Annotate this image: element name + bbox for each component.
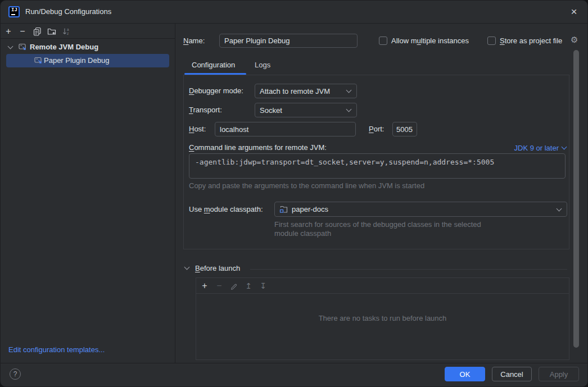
module-classpath-hint-line1: First search for sources of the debugged… [274,220,481,229]
intellij-logo-icon: IJ [8,6,20,17]
transport-select[interactable]: Socket [255,103,357,117]
copy-configuration-icon[interactable] [32,26,42,37]
main-panel: Name: Allow multiple instances Store as … [175,24,588,363]
new-folder-icon[interactable] [47,26,57,37]
module-classpath-label: Use module classpath: [189,202,263,217]
chevron-down-icon [346,107,352,112]
tree-group-label: Remote JVM Debug [30,40,98,54]
run-debug-configurations-dialog: IJ Run/Debug Configurations × + − [0,0,588,387]
add-task-icon[interactable]: + [200,280,210,292]
module-classpath-value: paper-docs [292,205,328,213]
svg-text:z: z [67,31,69,35]
remove-configuration-icon[interactable]: − [17,26,28,37]
tab-logs[interactable]: Logs [255,57,270,74]
transport-value: Socket [260,106,282,115]
close-icon[interactable]: × [567,5,581,19]
edit-task-icon[interactable] [229,280,239,292]
debugger-mode-value: Attach to remote JVM [260,87,330,95]
port-input[interactable] [392,122,417,136]
add-configuration-icon[interactable]: + [3,26,13,37]
command-line-args-hint: Copy and paste the arguments to the comm… [189,181,424,190]
transport-label: Transport: [189,103,222,117]
footer: ? OK Cancel Apply [1,363,588,387]
name-label: Name: [183,34,205,48]
before-launch-rule [250,269,567,270]
help-icon[interactable]: ? [10,368,21,380]
chevron-down-icon [557,206,562,211]
store-as-project-file-checkbox[interactable] [487,37,496,45]
cancel-button[interactable]: Cancel [492,367,532,381]
dialog-title: Run/Debug Configurations [25,1,111,23]
before-launch-title: Before launch [195,263,240,274]
tree-item-paper-plugin-debug[interactable]: Paper Plugin Debug [6,54,169,67]
svg-text:a: a [67,28,69,31]
jdk-version-value: JDK 9 or later [514,144,559,152]
before-launch-panel: + − ↥ ↧ There are no tasks to run before… [196,277,569,360]
sidebar-toolbar-separator [1,38,175,39]
allow-multiple-instances-label: Allow multiple instances [391,34,469,48]
remote-debug-config-icon [19,43,27,53]
allow-multiple-instances-checkbox[interactable] [379,37,387,45]
move-task-down-icon[interactable]: ↧ [258,280,268,292]
host-input[interactable] [215,122,356,136]
command-line-args-input[interactable]: -agentlib:jdwp=transport=dt_socket,serve… [189,153,566,179]
tree-group-remote-jvm-debug[interactable]: Remote JVM Debug [1,40,175,54]
chevron-down-icon [346,88,352,93]
move-task-up-icon[interactable]: ↥ [243,280,254,292]
debugger-mode-select[interactable]: Attach to remote JVM [255,84,357,98]
host-label: Host: [189,122,206,136]
chevron-down-icon[interactable] [184,265,190,270]
gear-icon[interactable]: ⚙ [571,35,578,45]
store-as-project-file-label: Store as project file [500,34,562,48]
title-bar: IJ Run/Debug Configurations × [1,1,588,23]
debugger-mode-label: Debugger mode: [189,84,243,98]
sidebar: + − a z [1,24,175,363]
chevron-down-icon [562,144,567,150]
ok-button[interactable]: OK [445,367,485,381]
module-icon [279,205,288,213]
remove-task-icon[interactable]: − [214,280,224,292]
sort-configurations-icon[interactable]: a z [61,26,71,37]
name-input[interactable] [219,34,358,48]
vertical-scrollbar[interactable] [573,50,579,348]
module-classpath-hint-line2: module classpath [274,229,331,238]
port-label: Port: [369,122,384,136]
before-launch-toolbar: + − ↥ ↧ [196,278,569,294]
tab-configuration[interactable]: Configuration [192,57,235,74]
module-classpath-select[interactable]: paper-docs [274,202,567,217]
apply-button[interactable]: Apply [539,367,579,381]
tree-item-label: Paper Plugin Debug [44,54,109,67]
before-launch-empty-text: There are no tasks to run before launch [196,314,569,323]
edit-configuration-templates-link[interactable]: Edit configuration templates... [8,345,105,354]
remote-debug-config-icon [34,57,43,66]
chevron-down-icon[interactable] [8,44,13,49]
